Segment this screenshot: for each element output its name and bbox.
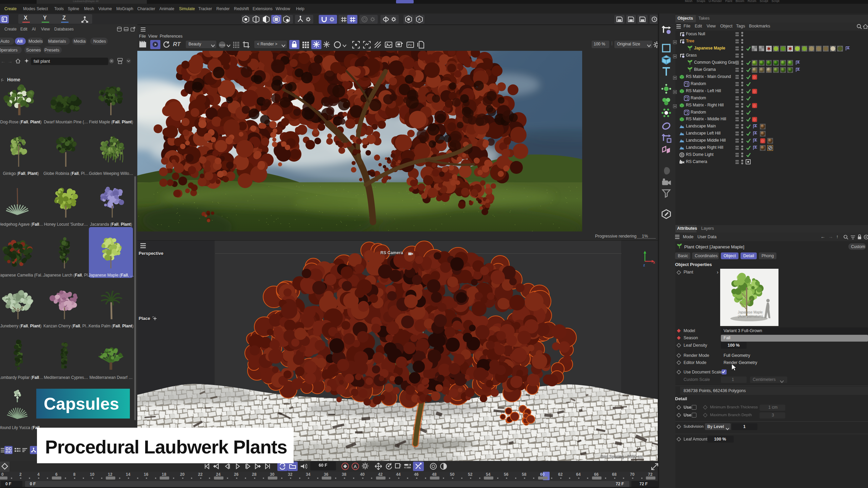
svg-text:x: x <box>653 260 655 264</box>
svg-text:Japanese Maple: Japanese Maple <box>738 310 763 314</box>
svg-text:z: z <box>643 263 645 267</box>
svg-text:A: A <box>354 464 357 469</box>
svg-text:(Acer palmatum): (Acer palmatum) <box>738 314 763 318</box>
svg-text:A: A <box>418 17 421 21</box>
svg-text:RGB: RGB <box>219 44 225 47</box>
svg-text:PV: PV <box>408 43 412 47</box>
